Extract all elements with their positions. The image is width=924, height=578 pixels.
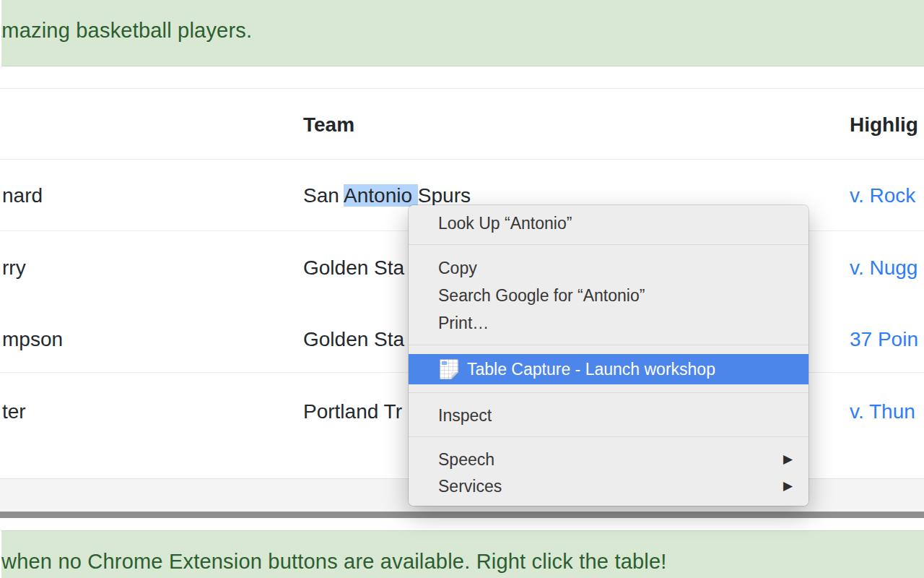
- selected-word: Antonio: [344, 184, 418, 207]
- folded-corner: [451, 372, 458, 379]
- menu-separator: [409, 345, 808, 345]
- highlight-link[interactable]: v. Nugg: [850, 256, 918, 280]
- menu-item-search-google[interactable]: Search Google for “Antonio”: [409, 282, 808, 309]
- menu-item-table-capture[interactable]: Table Capture - Launch workshop: [409, 354, 808, 384]
- bottom-info-banner: when no Chrome Extension buttons are ava…: [1, 530, 924, 578]
- team-name: Golden Sta: [303, 328, 404, 351]
- menu-item-copy[interactable]: Copy: [409, 254, 808, 282]
- highlight-link[interactable]: 37 Poin: [850, 328, 918, 351]
- menu-item-inspect[interactable]: Inspect: [409, 402, 808, 429]
- menu-item-look-up[interactable]: Look Up “Antonio”: [409, 210, 808, 237]
- top-info-banner: amazing basketball players.: [1, 0, 924, 66]
- menu-item-speech[interactable]: Speech ▶: [409, 446, 808, 473]
- team-text-before-selection: San: [303, 184, 344, 207]
- team-name: Golden Sta: [303, 256, 404, 280]
- menu-separator: [409, 244, 808, 245]
- submenu-arrow-icon: ▶: [783, 446, 793, 473]
- menu-separator: [409, 436, 808, 437]
- context-menu: Look Up “Antonio” Copy Search Google for…: [409, 205, 808, 506]
- player-name: nard: [2, 184, 43, 207]
- menu-item-services-label: Services: [438, 477, 502, 496]
- player-name: rry: [2, 256, 26, 280]
- highlight-link[interactable]: v. Thun: [850, 400, 915, 423]
- player-name: ter: [2, 400, 26, 423]
- bottom-banner-text: when no Chrome Extension buttons are ava…: [1, 550, 667, 574]
- sheet-marker: [442, 361, 447, 365]
- menu-item-speech-label: Speech: [438, 450, 494, 469]
- table-header-row: Team Highlig: [0, 88, 924, 160]
- menu-item-print[interactable]: Print…: [409, 309, 808, 337]
- column-header-highlight: Highlig: [850, 113, 918, 137]
- table-capture-icon: [440, 359, 458, 379]
- page: amazing basketball players. Team Highlig…: [0, 0, 924, 578]
- menu-item-table-capture-label: Table Capture - Launch workshop: [467, 360, 715, 379]
- team-text-after-selection: Spurs: [418, 184, 471, 207]
- player-name: mpson: [2, 328, 63, 351]
- top-banner-text: amazing basketball players.: [1, 19, 252, 43]
- menu-separator: [409, 392, 808, 393]
- submenu-arrow-icon: ▶: [783, 473, 793, 500]
- horizontal-scrollbar[interactable]: [0, 512, 924, 518]
- menu-item-services[interactable]: Services ▶: [409, 473, 808, 500]
- team-name: San Antonio Spurs: [303, 184, 471, 207]
- team-name: Portland Tr: [303, 400, 402, 423]
- highlight-link[interactable]: v. Rock: [850, 184, 915, 207]
- column-header-team: Team: [303, 113, 354, 137]
